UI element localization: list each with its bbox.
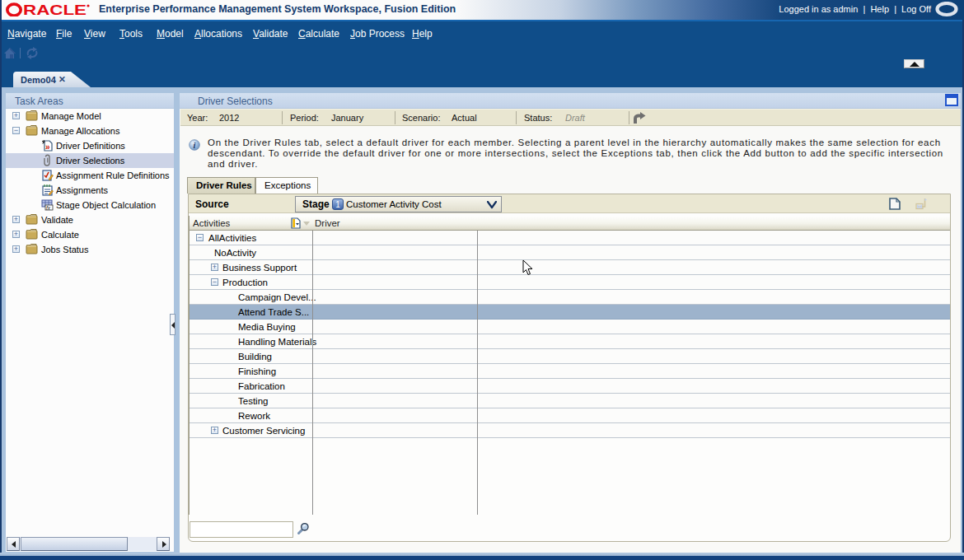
svg-text:RACLE: RACLE	[23, 2, 87, 16]
svg-text:i: i	[194, 141, 196, 150]
svg-text:»: »	[45, 142, 50, 152]
svg-text:fx: fx	[46, 205, 51, 211]
